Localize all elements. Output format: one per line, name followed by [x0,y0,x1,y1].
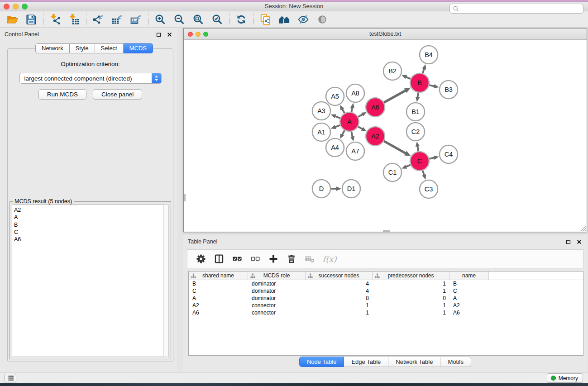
minimize-window-button[interactable] [13,4,19,10]
columns-button[interactable] [211,252,227,266]
column-header-MCDS-role[interactable]: MCDS role [248,272,306,280]
result-item[interactable]: A [14,214,163,221]
zoom-out-button[interactable] [170,12,189,27]
edge-B-B3[interactable] [429,85,435,86]
column-header-predecessor-nodes[interactable]: predecessor nodes [373,272,449,280]
tab-motifs[interactable]: Motifs [440,357,471,367]
table-cell[interactable]: A6 [449,309,489,316]
table-cell[interactable]: A [189,295,248,302]
zoom-selected-button[interactable] [208,12,227,27]
table-cell[interactable]: dominator [248,280,306,287]
table-cell[interactable]: B [189,280,248,287]
deselect-all-button[interactable] [247,252,263,266]
edge-A-A7[interactable] [351,131,353,138]
table-cell[interactable]: C [449,287,489,295]
close-panel-icon[interactable] [166,31,173,38]
tab-edge-table[interactable]: Edge Table [344,357,388,367]
network-view-window[interactable]: testGlobe.txt B4B2BB3A5A8A6B1A3AA1C2A2A4… [183,28,587,232]
tab-mcds[interactable]: MCDS [124,43,153,53]
optimization-criterion-select[interactable]: largest connected component (directed) [19,73,162,84]
graph-node-A3[interactable]: A3 [312,102,330,120]
column-header-name[interactable]: name [449,272,489,280]
close-table-panel-icon[interactable] [575,238,583,245]
table-row[interactable]: Bdominator41B [189,280,583,287]
table-cell[interactable]: A [449,295,489,302]
table-cell[interactable]: A2 [189,302,248,309]
tab-select[interactable]: Select [95,43,124,53]
export-table-button[interactable] [108,12,127,27]
tab-style[interactable]: Style [70,43,95,53]
graph-node-D[interactable]: D [312,180,330,198]
table-row[interactable]: A2connector11A2 [189,302,583,309]
edge-A2-C[interactable] [383,141,406,153]
first-neighbors-button[interactable] [275,12,294,27]
graph-node-A8[interactable]: A8 [346,84,364,102]
refresh-button[interactable] [232,12,251,27]
table-cell[interactable]: 1 [373,309,449,316]
hide-selected-button[interactable] [294,12,313,27]
graph-node-B1[interactable]: B1 [406,103,425,121]
edge-A6-B[interactable] [383,90,406,103]
save-session-button[interactable] [22,12,41,27]
graph-node-C2[interactable]: C2 [406,123,425,141]
graph-node-C1[interactable]: C1 [383,163,402,181]
zoom-in-button[interactable] [151,12,170,27]
select-all-button[interactable] [229,252,245,266]
table-cell[interactable]: 1 [306,302,373,309]
close-panel-button[interactable]: Close panel [93,89,142,100]
network-close-button[interactable] [188,32,193,37]
graph-node-A5[interactable]: A5 [326,87,344,105]
clone-network-button[interactable] [256,12,275,27]
float-table-panel-icon[interactable] [564,238,572,245]
table-row[interactable]: Cdominator41C [189,287,583,295]
run-mcds-button[interactable]: Run MCDS [38,89,86,100]
network-zoom-button[interactable] [203,32,208,37]
tab-network-table[interactable]: Network Table [388,357,440,367]
mcds-result-list[interactable]: A2ABCA6 [12,205,163,357]
canvas-bottom-scroll-nub[interactable] [383,230,390,232]
network-minimize-button[interactable] [196,32,201,37]
table-row[interactable]: A6connector11A6 [189,309,583,316]
delete-button[interactable] [283,252,300,266]
table-cell[interactable]: 0 [373,295,449,302]
tab-network[interactable]: Network [35,43,70,53]
network-graph[interactable]: B4B2BB3A5A8A6B1A3AA1C2A2A4A7C4CC1C3DD1 [184,40,587,232]
tab-node-table[interactable]: Node Table [299,357,344,367]
canvas-left-scroll-nub[interactable] [184,194,186,201]
table-cell[interactable]: A2 [449,302,489,309]
search-field[interactable] [449,4,583,14]
graph-node-B4[interactable]: B4 [420,46,438,64]
graph-node-A2[interactable]: A2 [366,127,385,146]
import-network-button[interactable] [46,12,65,27]
result-item[interactable]: A2 [14,206,163,214]
export-image-button[interactable] [127,12,146,27]
result-item[interactable]: A6 [14,236,163,243]
table-cell[interactable]: 1 [373,280,449,287]
table-cell[interactable]: dominator [248,295,306,302]
graph-node-C[interactable]: C [410,152,429,171]
gear-button[interactable] [193,252,209,266]
node-table[interactable]: shared nameMCDS rolesuccessor nodesprede… [188,271,583,356]
graph-node-A[interactable]: A [340,112,359,131]
table-cell[interactable]: A6 [189,309,248,316]
edge-C-C2[interactable] [417,146,418,152]
memory-button[interactable]: Memory [547,373,583,383]
import-table-button[interactable] [65,12,84,27]
export-network-button[interactable] [89,12,108,27]
table-row[interactable]: Adominator80A [189,295,583,302]
show-all-button[interactable] [313,12,332,27]
column-header-successor-nodes[interactable]: successor nodes [306,272,373,280]
table-cell[interactable]: dominator [248,287,306,295]
task-history-button[interactable] [5,374,16,382]
edge-A-A3[interactable] [335,116,341,118]
network-window-titlebar[interactable]: testGlobe.txt [184,29,587,40]
edge-C-C4[interactable] [429,157,435,159]
table-cell[interactable]: C [189,287,248,295]
graph-node-A7[interactable]: A7 [346,142,364,160]
result-item[interactable]: B [14,221,163,229]
graph-node-B2[interactable]: B2 [383,62,402,80]
table-cell[interactable]: 1 [373,287,449,295]
network-canvas[interactable]: B4B2BB3A5A8A6B1A3AA1C2A2A4A7C4CC1C3DD1 [184,40,587,232]
close-window-button[interactable] [4,4,10,10]
table-cell[interactable]: connector [248,302,306,309]
